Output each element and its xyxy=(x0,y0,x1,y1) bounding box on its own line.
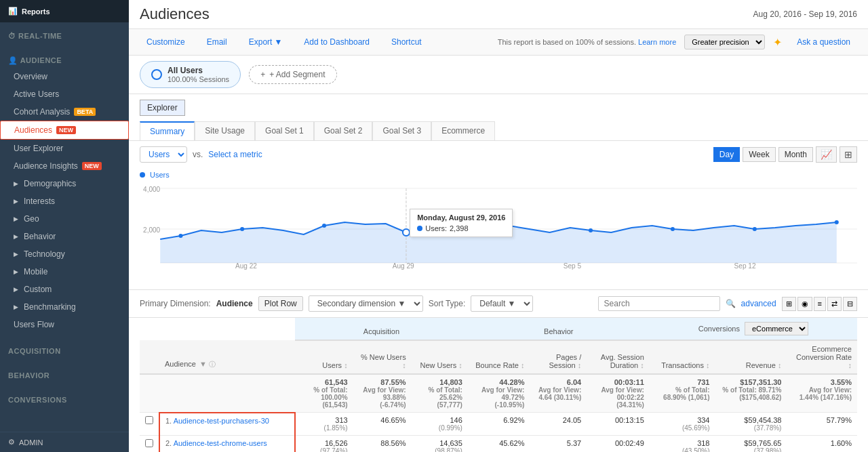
row-num: 1. xyxy=(165,417,172,425)
th-conversions: Conversions eCommerce xyxy=(650,318,857,340)
sidebar-section-acquisition[interactable]: ACQUISITION xyxy=(0,342,129,358)
email-button[interactable]: Email xyxy=(200,35,234,49)
table-search-input[interactable] xyxy=(598,296,720,311)
add-to-dashboard-button[interactable]: Add to Dashboard xyxy=(297,35,376,49)
page-title: Audiences xyxy=(140,5,210,23)
day-button[interactable]: Day xyxy=(713,147,740,162)
row-checkbox[interactable] xyxy=(140,413,159,436)
export-button[interactable]: Export ▼ xyxy=(242,35,290,49)
tab-ecommerce[interactable]: Ecommerce xyxy=(431,121,495,140)
report-info: This report is based on 100% of sessions… xyxy=(498,38,677,46)
list-view-button[interactable]: ≡ xyxy=(814,297,826,311)
th-acquisition: Acquisition xyxy=(295,318,468,340)
sidebar-settings[interactable]: ⚙ ADMIN xyxy=(0,432,129,452)
summary-avg-session: 00:03:11 Avg for View: 00:02:22 (34.31%) xyxy=(587,374,650,413)
sidebar-item-cohort[interactable]: Cohort Analysis BETA xyxy=(0,103,129,121)
sidebar-section-realtime[interactable]: ⏱ REAL-TIME xyxy=(0,26,129,43)
conversions-type-select[interactable]: eCommerce xyxy=(745,322,808,335)
sidebar-item-geo[interactable]: ▶Geo xyxy=(0,210,129,228)
th-transactions[interactable]: Transactions ↕ xyxy=(650,340,715,374)
sort-icon-bounce: ↕ xyxy=(521,361,525,369)
sidebar-item-behavior[interactable]: ▶Behavior xyxy=(0,228,129,245)
sidebar-section-behavior[interactable]: BEHAVIOR xyxy=(0,366,129,382)
compare-view-button[interactable]: ⇄ xyxy=(827,297,842,311)
segment-bar: All Users 100.00% Sessions + + Add Segme… xyxy=(129,56,868,94)
add-segment-label: + Add Segment xyxy=(269,70,325,79)
sidebar-header-label: Reports xyxy=(22,7,50,16)
sidebar-item-demographics[interactable]: ▶Demographics xyxy=(0,175,129,192)
tab-site-usage[interactable]: Site Usage xyxy=(195,121,255,140)
advanced-link[interactable]: advanced xyxy=(741,299,776,308)
pivot-view-button[interactable]: ⊟ xyxy=(843,297,857,311)
th-pages-session[interactable]: Pages / Session ↕ xyxy=(530,340,587,374)
sort-type-select[interactable]: Default ▼ xyxy=(471,295,533,312)
th-avg-session[interactable]: Avg. Session Duration ↕ xyxy=(587,340,650,374)
row-revenue: $59,765.65 (37.98%) xyxy=(715,436,787,453)
sidebar-item-audience-insights[interactable]: Audience Insights NEW xyxy=(0,157,129,175)
plot-row-button[interactable]: Plot Row xyxy=(258,296,303,311)
precision-select[interactable]: Greater precision xyxy=(684,35,765,49)
week-button[interactable]: Week xyxy=(743,147,775,162)
add-segment-icon: + xyxy=(260,70,265,79)
primary-dim-label: Primary Dimension: xyxy=(140,299,211,308)
settings-icon: ⚙ xyxy=(8,438,15,447)
sidebar-header: 📊 Reports xyxy=(0,0,129,22)
segment-name: All Users xyxy=(167,66,229,75)
th-revenue[interactable]: Revenue ↕ xyxy=(715,340,787,374)
sort-type-label: Sort Type: xyxy=(429,299,465,308)
sidebar-item-overview[interactable]: Overview xyxy=(0,68,129,85)
sidebar-section-conversions[interactable]: CONVERSIONS xyxy=(0,390,129,407)
sidebar-item-active-users[interactable]: Active Users xyxy=(0,85,129,103)
audience-link[interactable]: Audience-test-chrome-users xyxy=(174,439,267,447)
new-badge-insights: NEW xyxy=(82,162,102,170)
svg-point-19 xyxy=(403,229,410,236)
table-header-groups: Acquisition Behavior Conversions eCommer… xyxy=(140,318,857,340)
metric-select[interactable]: Users xyxy=(140,146,187,163)
sidebar-audience-section: 👤 AUDIENCE Overview Active Users Cohort … xyxy=(0,47,129,337)
sidebar-item-interests[interactable]: ▶Interests xyxy=(0,192,129,210)
sidebar-item-technology[interactable]: ▶Technology xyxy=(0,245,129,263)
th-users[interactable]: Users ↕ xyxy=(295,340,353,374)
row-checkbox[interactable] xyxy=(140,436,159,453)
sidebar-item-users-flow[interactable]: Users Flow xyxy=(0,316,129,333)
tooltip-metric: Users: 2,398 xyxy=(417,224,505,232)
row-num: 2. xyxy=(165,439,172,447)
legend-dot xyxy=(140,172,145,178)
tab-goal-set-3[interactable]: Goal Set 3 xyxy=(372,121,431,140)
sidebar-item-mobile[interactable]: ▶Mobile xyxy=(0,263,129,281)
line-chart-icon[interactable]: 📈 xyxy=(816,146,837,163)
search-icon: 🔍 xyxy=(726,299,736,308)
dimension-bar: Primary Dimension: Audience Plot Row Sec… xyxy=(129,290,868,318)
shortcut-button[interactable]: Shortcut xyxy=(384,35,429,49)
th-pct-new-users[interactable]: % New Users ↕ xyxy=(353,340,412,374)
add-segment-button[interactable]: + + Add Segment xyxy=(249,65,336,84)
tab-summary[interactable]: Summary xyxy=(140,121,195,140)
customize-button[interactable]: Customize xyxy=(140,35,192,49)
ask-question-button[interactable]: Ask a question xyxy=(790,35,857,49)
pie-view-button[interactable]: ◉ xyxy=(797,297,812,311)
grid-view-button[interactable]: ⊞ xyxy=(782,297,796,311)
th-bounce-rate[interactable]: Bounce Rate ↕ xyxy=(468,340,530,374)
sidebar-section-audience[interactable]: 👤 AUDIENCE xyxy=(0,51,129,68)
tab-goal-set-1[interactable]: Goal Set 1 xyxy=(255,121,314,140)
th-ecomm-rate[interactable]: Ecommerce Conversion Rate ↕ xyxy=(787,340,857,374)
sidebar-item-user-explorer[interactable]: User Explorer xyxy=(0,140,129,157)
svg-text:Sep 12: Sep 12 xyxy=(734,262,756,270)
learn-more-link[interactable]: Learn more xyxy=(638,38,676,46)
row-bounce: 45.62% xyxy=(468,436,530,453)
month-button[interactable]: Month xyxy=(778,147,813,162)
tab-goal-set-2[interactable]: Goal Set 2 xyxy=(314,121,373,140)
info-icon-audience: ⓘ xyxy=(209,361,216,368)
audience-link[interactable]: Audience-test-purchasers-30 xyxy=(174,417,269,425)
tooltip-metric-value: 2,398 xyxy=(450,224,469,232)
tab-list: Summary Site Usage Goal Set 1 Goal Set 2… xyxy=(140,121,857,140)
sidebar-item-benchmarking[interactable]: ▶Benchmarking xyxy=(0,298,129,316)
bar-chart-icon[interactable]: ⊞ xyxy=(840,146,857,163)
segment-pill-all-users[interactable]: All Users 100.00% Sessions xyxy=(140,61,241,88)
secondary-dim-select[interactable]: Secondary dimension ▼ xyxy=(309,295,423,312)
svg-point-5 xyxy=(178,234,182,238)
select-metric-link[interactable]: Select a metric xyxy=(208,150,262,159)
sidebar-item-custom[interactable]: ▶Custom xyxy=(0,281,129,298)
th-new-users[interactable]: New Users ↕ xyxy=(412,340,468,374)
sidebar-item-audiences[interactable]: Audiences NEW xyxy=(0,121,129,140)
